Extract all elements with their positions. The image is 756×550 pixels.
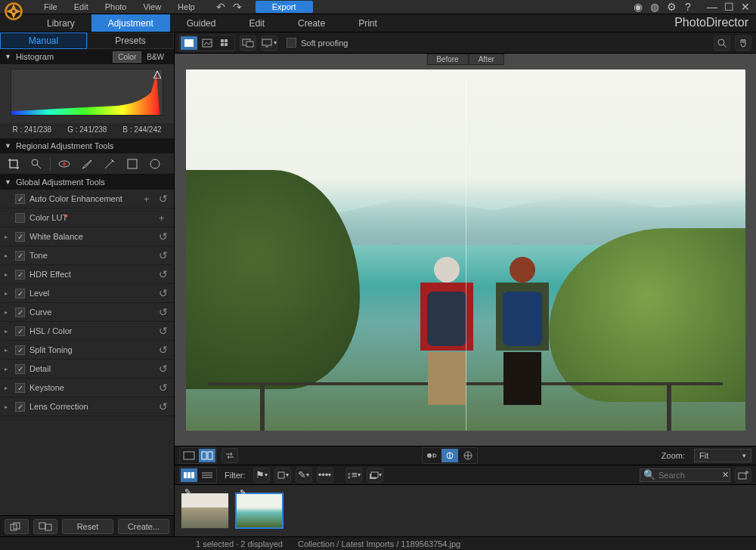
reset-icon[interactable]: ↺ bbox=[159, 230, 169, 243]
create-preset-button[interactable]: Create... bbox=[118, 519, 169, 534]
filmstrip-horizontal-icon[interactable] bbox=[181, 468, 197, 482]
module-edit[interactable]: Edit bbox=[232, 14, 281, 32]
thumbnail[interactable]: ✎ bbox=[181, 493, 229, 529]
account-icon[interactable]: ◉ bbox=[631, 1, 646, 13]
adjustment-checkbox[interactable] bbox=[15, 383, 25, 393]
adjustment-row[interactable]: Auto Color Enhancement+↺ bbox=[0, 190, 174, 209]
before-tab[interactable]: Before bbox=[426, 54, 468, 65]
red-eye-icon[interactable] bbox=[54, 156, 75, 172]
adjustment-row[interactable]: ▸Keystone↺ bbox=[0, 379, 174, 397]
paste-adjustments-icon[interactable] bbox=[33, 519, 57, 534]
adjustment-checkbox[interactable] bbox=[15, 402, 25, 412]
adjustment-checkbox[interactable] bbox=[15, 345, 25, 355]
redo-icon[interactable]: ↷ bbox=[230, 1, 245, 13]
soft-proofing-toggle[interactable]: Soft proofing bbox=[287, 38, 348, 48]
reset-icon[interactable]: ↺ bbox=[159, 268, 169, 280]
add-icon[interactable]: + bbox=[144, 193, 154, 205]
histogram-mode-bw[interactable]: B&W bbox=[141, 51, 169, 63]
view-single-icon[interactable] bbox=[181, 36, 197, 50]
stack-icon[interactable]: ▾ bbox=[367, 468, 383, 483]
reset-icon[interactable]: ↺ bbox=[159, 382, 169, 394]
reset-icon[interactable]: ↺ bbox=[159, 249, 169, 261]
after-tab[interactable]: After bbox=[469, 54, 504, 65]
close-icon[interactable]: ✕ bbox=[738, 1, 753, 13]
split-right-icon[interactable] bbox=[460, 449, 476, 462]
secondary-display-icon[interactable] bbox=[240, 36, 256, 51]
subtab-manual[interactable]: Manual bbox=[0, 32, 87, 49]
reset-icon[interactable]: ↺ bbox=[159, 193, 169, 205]
settings-icon[interactable]: ⚙ bbox=[664, 1, 679, 13]
reset-icon[interactable]: ↺ bbox=[159, 344, 169, 356]
module-adjustment[interactable]: Adjustment bbox=[91, 14, 170, 32]
zoom-select[interactable]: Fit ▾ bbox=[694, 449, 751, 462]
hand-tool-icon[interactable] bbox=[735, 36, 751, 51]
sort-icon[interactable]: ↕≡▾ bbox=[345, 468, 362, 483]
gradient-mask-icon[interactable] bbox=[122, 156, 143, 172]
zoom-tool-icon[interactable] bbox=[714, 36, 730, 51]
menu-help[interactable]: Help bbox=[170, 1, 203, 13]
adjustment-checkbox[interactable] bbox=[15, 364, 25, 374]
module-guided[interactable]: Guided bbox=[170, 14, 233, 32]
adjustment-row[interactable]: ▸Level↺ bbox=[0, 284, 174, 303]
adjustment-row[interactable]: ▸Split Toning↺ bbox=[0, 341, 174, 360]
split-center-icon[interactable] bbox=[442, 449, 458, 462]
filter-label-icon[interactable]: ▾ bbox=[274, 468, 291, 483]
adjustment-checkbox[interactable] bbox=[15, 194, 25, 204]
filter-flag-icon[interactable]: ⚑▾ bbox=[253, 468, 270, 483]
reset-icon[interactable]: ↺ bbox=[159, 306, 169, 318]
adjustment-checkbox[interactable] bbox=[15, 251, 25, 261]
search-input[interactable] bbox=[658, 471, 719, 480]
subtab-presets[interactable]: Presets bbox=[87, 32, 174, 49]
adjustment-row[interactable]: ▸Curve↺ bbox=[0, 303, 174, 322]
split-left-icon[interactable] bbox=[423, 449, 440, 462]
histogram-mode-color[interactable]: Color bbox=[113, 51, 141, 63]
spot-removal-icon[interactable] bbox=[26, 156, 47, 172]
menu-file[interactable]: File bbox=[36, 1, 65, 13]
copy-adjustments-icon[interactable] bbox=[5, 519, 29, 534]
adjustment-checkbox[interactable] bbox=[15, 307, 25, 317]
help-icon[interactable]: ? bbox=[680, 1, 696, 13]
adjustment-row[interactable]: ▸Lens Correction↺ bbox=[0, 397, 174, 416]
adjustment-checkbox[interactable] bbox=[15, 270, 25, 280]
module-library[interactable]: Library bbox=[30, 14, 91, 32]
adjustment-row[interactable]: ▸Tone↺ bbox=[0, 246, 174, 265]
view-multi-icon[interactable] bbox=[199, 36, 215, 50]
module-print[interactable]: Print bbox=[342, 14, 394, 32]
thumbnail[interactable]: ✎ bbox=[235, 493, 284, 529]
adjustment-checkbox[interactable] bbox=[15, 289, 25, 298]
radial-mask-icon[interactable] bbox=[144, 156, 166, 172]
global-tools-header[interactable]: ▼ Global Adjustment Tools bbox=[0, 175, 174, 190]
view-grid-icon[interactable] bbox=[217, 36, 234, 50]
histogram-header[interactable]: ▼ Histogram Color B&W bbox=[0, 49, 174, 64]
undo-icon[interactable]: ↶ bbox=[213, 1, 228, 13]
adjustment-row[interactable]: ▸HDR Effect↺ bbox=[0, 265, 174, 284]
regional-tools-header[interactable]: ▼ Regional Adjustment Tools bbox=[0, 138, 174, 153]
compare-side-icon[interactable] bbox=[199, 449, 215, 462]
reset-icon[interactable]: ↺ bbox=[159, 287, 169, 299]
maximize-icon[interactable]: ☐ bbox=[721, 1, 736, 13]
highlight-clip-icon[interactable] bbox=[153, 71, 161, 79]
add-icon[interactable]: + bbox=[159, 212, 169, 224]
export-filmstrip-icon[interactable] bbox=[735, 468, 751, 483]
minimize-icon[interactable]: — bbox=[705, 1, 720, 13]
reset-icon[interactable]: ↺ bbox=[159, 363, 169, 375]
adjustment-row[interactable]: Color LUT●+ bbox=[0, 209, 174, 227]
filter-more-icon[interactable]: •••▾ bbox=[317, 468, 333, 483]
module-create[interactable]: Create bbox=[281, 14, 342, 32]
soft-proofing-checkbox[interactable] bbox=[287, 38, 296, 48]
menu-edit[interactable]: Edit bbox=[67, 1, 96, 13]
selection-brush-icon[interactable] bbox=[99, 156, 120, 172]
filmstrip-search[interactable]: 🔍 ✕ bbox=[640, 468, 730, 482]
monitor-dropdown-icon[interactable]: ▾ bbox=[261, 36, 277, 51]
adjustment-row[interactable]: ▸White Balance↺ bbox=[0, 227, 174, 246]
adjustment-checkbox[interactable] bbox=[15, 232, 25, 242]
reset-icon[interactable]: ↺ bbox=[159, 400, 169, 412]
filter-edit-icon[interactable]: ✎▾ bbox=[296, 468, 312, 483]
menu-view[interactable]: View bbox=[135, 1, 169, 13]
photo-preview[interactable] bbox=[186, 70, 745, 431]
notifications-icon[interactable]: ◍ bbox=[647, 1, 662, 13]
swap-compare-icon[interactable] bbox=[222, 448, 238, 463]
adjustment-row[interactable]: ▸Detail↺ bbox=[0, 360, 174, 379]
reset-button[interactable]: Reset bbox=[62, 519, 113, 534]
adjustment-checkbox[interactable] bbox=[15, 326, 25, 336]
